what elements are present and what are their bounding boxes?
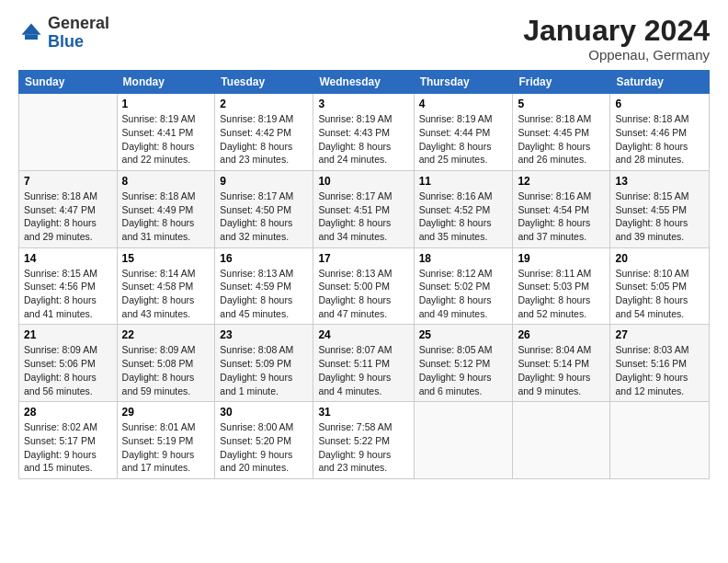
day-info: Sunrise: 8:09 AMSunset: 5:08 PMDaylight:… [122,343,210,397]
day-number: 29 [122,406,210,419]
logo: General Blue [18,15,109,52]
day-info: Sunrise: 8:16 AMSunset: 4:54 PMDaylight:… [518,190,605,244]
th-monday: Monday [117,71,215,94]
day-number: 4 [419,98,508,110]
day-info: Sunrise: 8:15 AMSunset: 4:55 PMDaylight:… [615,190,704,244]
day-number: 3 [318,98,408,110]
calendar-cell: 3Sunrise: 8:19 AMSunset: 4:43 PMDaylight… [313,94,414,171]
calendar-cell: 13Sunrise: 8:15 AMSunset: 4:55 PMDayligh… [610,170,710,247]
day-number: 19 [518,252,605,265]
calendar-week-2: 14Sunrise: 8:15 AMSunset: 4:56 PMDayligh… [19,247,710,325]
logo-general: General [48,15,109,33]
calendar-week-0: 1Sunrise: 8:19 AMSunset: 4:41 PMDaylight… [19,94,710,171]
calendar-cell: 26Sunrise: 8:04 AMSunset: 5:14 PMDayligh… [513,325,610,402]
calendar-cell: 19Sunrise: 8:11 AMSunset: 5:03 PMDayligh… [513,247,610,325]
day-number: 23 [220,328,308,341]
logo-text: General Blue [48,15,109,52]
th-tuesday: Tuesday [215,71,313,94]
day-info: Sunrise: 8:13 AMSunset: 5:00 PMDaylight:… [318,267,408,321]
calendar-cell: 10Sunrise: 8:17 AMSunset: 4:51 PMDayligh… [313,170,414,247]
day-number: 7 [24,175,112,188]
day-info: Sunrise: 8:05 AMSunset: 5:12 PMDaylight:… [419,343,508,397]
day-number: 15 [122,252,210,265]
calendar-cell [19,94,118,171]
calendar-cell: 14Sunrise: 8:15 AMSunset: 4:56 PMDayligh… [19,247,118,325]
day-number: 6 [615,98,704,110]
day-info: Sunrise: 8:19 AMSunset: 4:41 PMDaylight:… [122,112,210,167]
page: General Blue January 2024 Oppenau, Germa… [0,0,728,563]
day-number: 13 [615,175,704,188]
day-number: 25 [419,328,508,341]
day-number: 16 [220,252,308,265]
day-info: Sunrise: 8:08 AMSunset: 5:09 PMDaylight:… [220,343,308,397]
day-info: Sunrise: 8:17 AMSunset: 4:50 PMDaylight:… [220,190,308,244]
day-number: 20 [615,252,704,265]
calendar-cell: 8Sunrise: 8:18 AMSunset: 4:49 PMDaylight… [117,170,215,247]
calendar-cell: 23Sunrise: 8:08 AMSunset: 5:09 PMDayligh… [215,325,313,402]
calendar-cell: 7Sunrise: 8:18 AMSunset: 4:47 PMDaylight… [19,170,118,247]
day-number: 28 [24,406,112,419]
day-number: 17 [318,252,408,265]
day-info: Sunrise: 8:14 AMSunset: 4:58 PMDaylight:… [122,267,210,321]
svg-marker-0 [22,23,41,34]
day-number: 31 [318,406,408,419]
day-number: 14 [24,252,112,265]
day-number: 27 [615,328,704,341]
day-number: 21 [24,328,112,341]
logo-icon [18,20,44,46]
calendar-cell: 21Sunrise: 8:09 AMSunset: 5:06 PMDayligh… [19,325,118,402]
calendar-table: Sunday Monday Tuesday Wednesday Thursday… [18,70,710,479]
th-thursday: Thursday [414,71,513,94]
th-saturday: Saturday [610,71,710,94]
day-number: 12 [518,175,605,188]
day-info: Sunrise: 8:19 AMSunset: 4:42 PMDaylight:… [220,112,308,167]
calendar-cell: 9Sunrise: 8:17 AMSunset: 4:50 PMDaylight… [215,170,313,247]
calendar-cell: 22Sunrise: 8:09 AMSunset: 5:08 PMDayligh… [117,325,215,402]
day-info: Sunrise: 8:01 AMSunset: 5:19 PMDaylight:… [122,420,210,475]
calendar-cell: 31Sunrise: 7:58 AMSunset: 5:22 PMDayligh… [313,402,414,479]
calendar-cell: 12Sunrise: 8:16 AMSunset: 4:54 PMDayligh… [513,170,610,247]
day-number: 30 [220,406,308,419]
calendar-cell: 11Sunrise: 8:16 AMSunset: 4:52 PMDayligh… [414,170,513,247]
calendar-cell: 24Sunrise: 8:07 AMSunset: 5:11 PMDayligh… [313,325,414,402]
day-info: Sunrise: 8:13 AMSunset: 4:59 PMDaylight:… [220,267,308,321]
day-info: Sunrise: 8:18 AMSunset: 4:45 PMDaylight:… [518,112,605,167]
day-number: 9 [220,175,308,188]
day-info: Sunrise: 8:04 AMSunset: 5:14 PMDaylight:… [518,343,605,397]
day-info: Sunrise: 8:19 AMSunset: 4:43 PMDaylight:… [318,112,408,167]
calendar-cell: 20Sunrise: 8:10 AMSunset: 5:05 PMDayligh… [610,247,710,325]
calendar-header-row: Sunday Monday Tuesday Wednesday Thursday… [19,71,710,94]
day-info: Sunrise: 8:00 AMSunset: 5:20 PMDaylight:… [220,420,308,475]
calendar-cell: 16Sunrise: 8:13 AMSunset: 4:59 PMDayligh… [215,247,313,325]
day-info: Sunrise: 8:18 AMSunset: 4:47 PMDaylight:… [24,190,112,244]
th-friday: Friday [513,71,610,94]
day-info: Sunrise: 8:03 AMSunset: 5:16 PMDaylight:… [615,343,704,397]
day-info: Sunrise: 8:09 AMSunset: 5:06 PMDaylight:… [24,343,112,397]
month-title: January 2024 [523,15,710,47]
day-info: Sunrise: 8:17 AMSunset: 4:51 PMDaylight:… [318,190,408,244]
calendar-cell: 1Sunrise: 8:19 AMSunset: 4:41 PMDaylight… [117,94,215,171]
day-number: 18 [419,252,508,265]
title-block: January 2024 Oppenau, Germany [523,15,710,63]
day-info: Sunrise: 8:02 AMSunset: 5:17 PMDaylight:… [24,420,112,475]
logo-blue: Blue [48,33,109,52]
header: General Blue January 2024 Oppenau, Germa… [18,15,710,63]
day-number: 24 [318,328,408,341]
calendar-cell: 18Sunrise: 8:12 AMSunset: 5:02 PMDayligh… [414,247,513,325]
day-info: Sunrise: 7:58 AMSunset: 5:22 PMDaylight:… [318,420,408,475]
calendar-cell: 2Sunrise: 8:19 AMSunset: 4:42 PMDaylight… [215,94,313,171]
calendar-cell: 5Sunrise: 8:18 AMSunset: 4:45 PMDaylight… [513,94,610,171]
day-number: 10 [318,175,408,188]
calendar-cell: 27Sunrise: 8:03 AMSunset: 5:16 PMDayligh… [610,325,710,402]
calendar-cell: 6Sunrise: 8:18 AMSunset: 4:46 PMDaylight… [610,94,710,171]
calendar-cell: 25Sunrise: 8:05 AMSunset: 5:12 PMDayligh… [414,325,513,402]
calendar-cell: 17Sunrise: 8:13 AMSunset: 5:00 PMDayligh… [313,247,414,325]
day-info: Sunrise: 8:18 AMSunset: 4:46 PMDaylight:… [615,112,704,167]
th-wednesday: Wednesday [313,71,414,94]
day-info: Sunrise: 8:12 AMSunset: 5:02 PMDaylight:… [419,267,508,321]
location: Oppenau, Germany [523,47,710,63]
svg-rect-1 [25,35,38,40]
calendar-week-4: 28Sunrise: 8:02 AMSunset: 5:17 PMDayligh… [19,402,710,479]
calendar-cell: 29Sunrise: 8:01 AMSunset: 5:19 PMDayligh… [117,402,215,479]
calendar-cell: 4Sunrise: 8:19 AMSunset: 4:44 PMDaylight… [414,94,513,171]
